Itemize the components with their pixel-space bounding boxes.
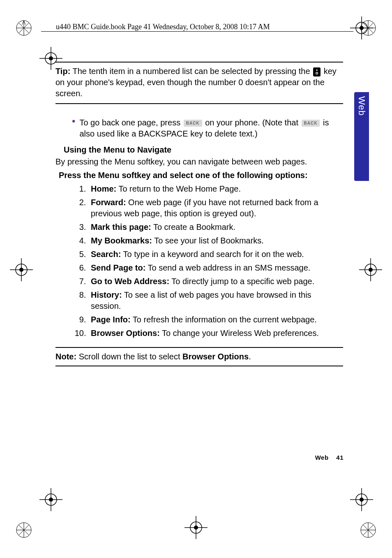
item-desc: To see your list of Bookmarks. xyxy=(152,236,264,245)
svg-point-25 xyxy=(49,56,53,60)
body-paragraph: By pressing the Menu softkey, you can na… xyxy=(55,157,343,167)
item-label: My Bookmarks: xyxy=(91,236,152,245)
item-label: Send Page to: xyxy=(91,263,145,272)
footer-section: Web xyxy=(315,454,329,461)
svg-point-49 xyxy=(360,498,364,502)
bullet-item: • To go back one page, press BACK on you… xyxy=(55,117,343,139)
note-pre: Scroll down the list to select xyxy=(76,352,182,361)
page-content: Tip: The tenth item in a numbered list c… xyxy=(55,62,343,366)
item-desc: To refresh the information on the curren… xyxy=(131,315,317,324)
item-label: History: xyxy=(91,290,122,299)
registration-mark-icon xyxy=(16,522,32,538)
list-item: Go to Web Address: To directly jump to a… xyxy=(88,276,343,287)
note-post: . xyxy=(249,352,251,361)
item-desc: To return to the Web Home Page. xyxy=(116,184,241,193)
item-label: Forward: xyxy=(91,198,126,207)
svg-point-45 xyxy=(194,526,198,530)
list-item: Browser Options: To change your Wireless… xyxy=(88,328,343,339)
bullet-mid: on your phone. (Note that xyxy=(203,118,301,127)
list-item: My Bookmarks: To see your list of Bookma… xyxy=(88,235,343,246)
header-rule xyxy=(41,31,353,32)
item-desc: To change your Wireless Web preferences. xyxy=(160,329,319,338)
bullet-icon: • xyxy=(72,117,75,139)
list-item: Send Page to: To send a web address in a… xyxy=(88,262,343,273)
svg-point-41 xyxy=(49,498,53,502)
list-item: Forward: One web page (if you have not r… xyxy=(88,197,343,219)
item-desc: To type in a keyword and search for it o… xyxy=(121,250,304,259)
svg-point-29 xyxy=(360,26,364,30)
item-label: Mark this page: xyxy=(91,222,151,232)
tip-callout: Tip: The tenth item in a numbered list c… xyxy=(55,62,343,104)
page-number: 41 xyxy=(336,454,344,461)
document-header: u440 BMC Guide.book Page 41 Wednesday, O… xyxy=(53,23,272,31)
svg-line-6 xyxy=(22,21,24,25)
item-desc: To see a list of web pages you have brow… xyxy=(91,290,311,310)
crop-mark-icon xyxy=(350,488,373,511)
instruction-heading: Press the Menu softkey and select one of… xyxy=(59,171,343,180)
svg-line-5 xyxy=(24,21,25,25)
item-label: Go to Web Address: xyxy=(91,277,169,286)
list-item: History: To see a list of web pages you … xyxy=(88,289,343,312)
list-item: Home: To return to the Web Home Page. xyxy=(88,183,343,194)
list-item: Page Info: To refresh the information on… xyxy=(88,314,343,325)
tip-text-1: The tenth item in a numbered list can be… xyxy=(70,67,312,76)
svg-point-37 xyxy=(369,268,373,272)
tip-label: Tip: xyxy=(55,67,70,76)
bullet-text: To go back one page, press BACK on your … xyxy=(79,117,343,139)
menu-options-list: Home: To return to the Web Home Page. Fo… xyxy=(76,183,343,339)
item-label: Search: xyxy=(91,250,121,259)
registration-mark-icon xyxy=(360,522,376,538)
back-key-icon: BACK xyxy=(302,120,320,127)
zero-key-icon xyxy=(313,67,321,76)
note-callout: Note: Scroll down the list to select Bro… xyxy=(55,347,343,366)
item-desc: To create a Bookmark. xyxy=(151,222,235,232)
section-subhead: Using the Menu to Navigate xyxy=(64,145,343,155)
bullet-pre: To go back one page, press xyxy=(79,118,182,127)
note-label: Note: xyxy=(55,352,76,361)
crop-mark-icon xyxy=(359,258,382,281)
section-tab: Web xyxy=(354,92,369,181)
note-strong: Browser Options xyxy=(182,352,249,361)
item-label: Browser Options: xyxy=(91,329,160,338)
registration-mark-icon xyxy=(16,20,32,36)
section-tab-label: Web xyxy=(356,96,367,116)
list-item: Search: To type in a keyword and search … xyxy=(88,249,343,260)
item-desc: To directly jump to a specific web page. xyxy=(169,277,314,286)
crop-mark-icon xyxy=(184,516,208,539)
list-item: Mark this page: To create a Bookmark. xyxy=(88,222,343,233)
item-desc: To send a web address in an SMS message. xyxy=(145,263,310,272)
svg-point-33 xyxy=(19,268,23,272)
item-label: Home: xyxy=(91,184,116,193)
crop-mark-icon xyxy=(10,258,33,281)
crop-mark-icon xyxy=(39,488,62,511)
item-label: Page Info: xyxy=(91,315,131,324)
page-footer: Web 41 xyxy=(315,454,344,461)
back-key-icon: BACK xyxy=(184,120,202,127)
crop-mark-icon xyxy=(350,16,373,39)
